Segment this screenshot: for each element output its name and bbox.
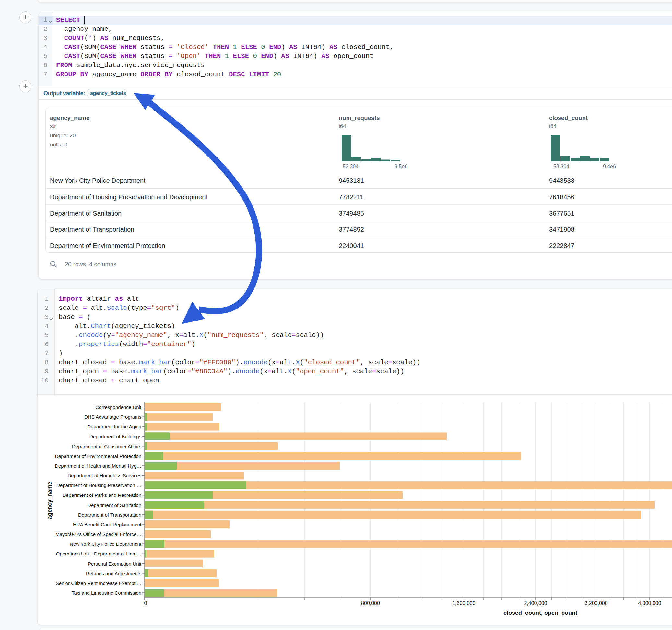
svg-text:0: 0 [144,601,147,606]
svg-text:New York City Police Departmen: New York City Police Department [70,541,142,547]
svg-text:Taxi and Limousine Commission: Taxi and Limousine Commission [72,590,141,596]
svg-text:Department of Buildings: Department of Buildings [90,434,141,439]
svg-text:800,000: 800,000 [361,601,380,606]
svg-text:3,200,000: 3,200,000 [584,601,607,606]
svg-text:4,000,000: 4,000,000 [638,601,661,606]
svg-text:Department of Housing Preserva: Department of Housing Preservation … [56,483,141,488]
svg-text:Department of Health and Menta: Department of Health and Mental Hyg… [55,463,141,468]
svg-text:Operations Unit - Department o: Operations Unit - Department of Hom… [56,551,141,556]
svg-text:Department of Parks and Recrea: Department of Parks and Recreation [63,492,141,498]
svg-text:HRA Benefit Card Replacement: HRA Benefit Card Replacement [73,522,142,527]
svg-text:1,600,000: 1,600,000 [452,601,475,606]
svg-text:Refunds and Adjustments: Refunds and Adjustments [86,571,141,576]
svg-text:Department for the Aging: Department for the Aging [87,424,141,429]
svg-text:Department of Environmental Pr: Department of Environmental Protection [55,453,141,459]
svg-text:Senior Citizen Rent Increase E: Senior Citizen Rent Increase Exempti… [56,580,141,586]
svg-text:Department of Homeless Service: Department of Homeless Services [67,473,141,478]
svg-text:Department of Transportation: Department of Transportation [78,512,141,517]
svg-text:DHS Advantage Programs: DHS Advantage Programs [84,414,141,420]
svg-text:agency_name: agency_name [46,482,53,519]
svg-text:2,400,000: 2,400,000 [524,601,547,606]
svg-text:Correspondence Unit: Correspondence Unit [95,405,142,410]
svg-text:Personal Exemption Unit: Personal Exemption Unit [88,561,142,566]
svg-text:Department of Consumer Affairs: Department of Consumer Affairs [72,444,141,449]
svg-text:Mayorâ€™s Office of Special En: Mayorâ€™s Office of Special Enforce… [55,532,141,537]
svg-text:Department of Sanitation: Department of Sanitation [88,502,141,508]
svg-text:closed_count, open_count: closed_count, open_count [503,610,577,616]
